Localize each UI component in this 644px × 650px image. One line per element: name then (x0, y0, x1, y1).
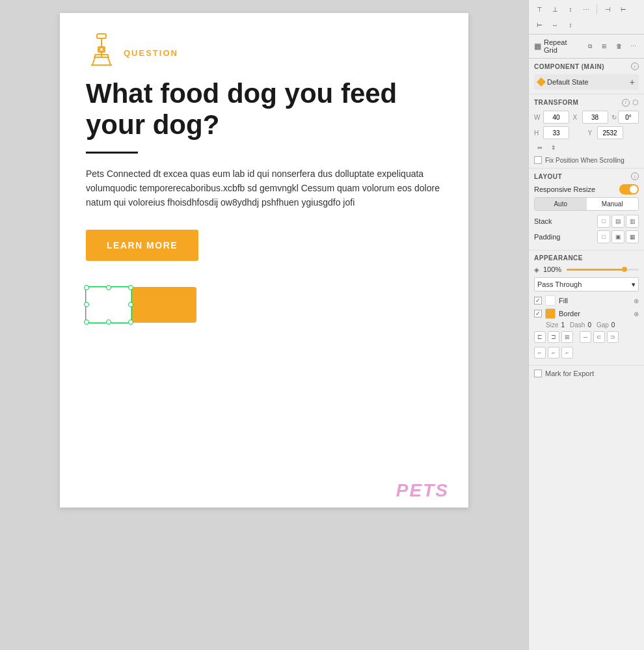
border-gap-field: Gap 0 (597, 321, 615, 329)
flip-h-icon[interactable]: ⇔ (534, 142, 546, 154)
flip-icons-row: ⇔ ⇕ (534, 142, 639, 154)
mark-export-row: Mark for Export (529, 366, 644, 381)
stack-v-icon[interactable]: ▥ (626, 215, 639, 228)
repeat-grid-actions: ⧉ ⊞ 🗑 ⋯ (584, 40, 639, 52)
fill-checkbox[interactable] (534, 297, 542, 305)
state-diamond-icon (537, 77, 546, 87)
corner-bottom-icon[interactable]: ⌐ (561, 347, 573, 359)
stack-row: Stack □ ▤ ▥ (534, 215, 639, 228)
layout-info-icon[interactable]: i (631, 172, 639, 180)
handle-bl[interactable] (84, 319, 89, 325)
align-middle-icon[interactable]: ⊥ (548, 3, 561, 16)
handle-tr[interactable] (128, 285, 133, 290)
more-align-icon[interactable]: ⋯ (580, 3, 593, 16)
align-right-icon[interactable]: ⊢ (533, 18, 546, 31)
border-style-inner-icon[interactable]: ⊂ (593, 331, 605, 343)
mark-export-checkbox[interactable] (534, 370, 542, 377)
height-input[interactable] (543, 126, 569, 139)
handle-br[interactable] (128, 319, 133, 325)
learn-more-button[interactable]: LEARN MORE (86, 230, 198, 261)
blend-mode-select[interactable]: Pass Through ▾ (534, 277, 639, 291)
width-label: W (534, 114, 542, 121)
padding-none-icon[interactable]: □ (597, 230, 610, 243)
align-center-h-icon[interactable]: ⊢ (617, 3, 630, 16)
handle-tl[interactable] (84, 285, 89, 290)
transform-header: TRANSFORM i ⬡ (534, 98, 639, 107)
layout-section: LAYOUT i Responsive Resize Auto Manual S… (529, 169, 644, 251)
stack-h-icon[interactable]: ▤ (611, 215, 624, 228)
width-field-group: W (534, 111, 570, 124)
canvas-area: QUESTION What food dog you feed your dog… (0, 0, 528, 650)
component-info-icon[interactable]: i (631, 62, 639, 70)
handle-bm[interactable] (106, 319, 111, 325)
handle-tm[interactable] (106, 285, 111, 290)
delete-icon[interactable]: 🗑 (613, 40, 624, 52)
align-left-icon[interactable]: ⊣ (601, 3, 614, 16)
align-bottom-icon[interactable]: ↕ (564, 3, 577, 16)
ungroup-icon[interactable]: ⊞ (598, 40, 610, 52)
padding-label: Padding (534, 233, 560, 241)
opacity-row: ◈ 100% (534, 265, 639, 273)
white-box-component[interactable] (86, 287, 131, 323)
appearance-title: APPEARANCE (534, 254, 583, 262)
y-label: Y (588, 129, 596, 137)
border-eyedropper-icon[interactable]: ⊕ (634, 310, 639, 318)
fix-position-row: Fix Position When Scrolling (534, 156, 639, 164)
stack-label: Stack (534, 217, 552, 225)
x-input[interactable] (582, 111, 608, 124)
padding-all-icon[interactable]: ▣ (611, 230, 624, 243)
handle-mr[interactable] (128, 302, 133, 307)
border-dash-label: Dash (570, 321, 585, 329)
border-style-solid-icon[interactable]: ─ (580, 331, 591, 343)
fix-position-checkbox[interactable] (534, 156, 542, 164)
more-icon[interactable]: ⋯ (627, 40, 639, 52)
default-state-label: Default State (547, 78, 627, 86)
main-heading: What food dog you feed your dog? (86, 78, 442, 141)
flip-v-icon[interactable]: ⇕ (548, 142, 559, 154)
border-size-row: Size 1 Dash 0 Gap 0 (534, 321, 639, 329)
responsive-resize-label: Responsive Resize (534, 185, 595, 193)
width-input[interactable] (543, 111, 569, 124)
distribute-h-icon[interactable]: ↔ (548, 18, 561, 31)
stack-none-icon[interactable]: □ (597, 215, 610, 228)
align-top-icon[interactable]: ⊤ (533, 3, 546, 16)
rotation-input[interactable] (618, 111, 639, 124)
border-color-swatch[interactable] (545, 308, 556, 319)
border-align-icons: ⊏ ⊐ ⊞ ─ ⊂ ⊃ (534, 331, 639, 343)
responsive-resize-toggle[interactable] (619, 184, 639, 195)
manual-option[interactable]: Manual (587, 198, 639, 210)
corner-top-icon[interactable]: ⌐ (548, 347, 559, 359)
layout-header: LAYOUT i (534, 172, 639, 180)
opacity-slider[interactable] (567, 269, 639, 271)
distribute-v-icon[interactable]: ↕ (564, 18, 577, 31)
fill-color-swatch[interactable] (545, 295, 556, 306)
panel-toolbar: ⊤ ⊥ ↕ ⋯ ⊣ ⊢ ⊢ ↔ ↕ (529, 0, 644, 34)
border-style-outer-icon[interactable]: ⊃ (607, 331, 619, 343)
border-align-inner-icon[interactable]: ⊏ (534, 331, 546, 343)
layout-title: LAYOUT (534, 173, 562, 180)
border-gap-label: Gap (597, 321, 609, 329)
handle-ml[interactable] (84, 302, 89, 307)
blend-mode-label: Pass Through (537, 280, 582, 288)
svg-line-6 (92, 57, 95, 65)
stack-icons: □ ▤ ▥ (597, 215, 639, 228)
copy-icon[interactable]: ⧉ (584, 40, 596, 52)
transform-3d-icon[interactable]: ⬡ (632, 98, 639, 107)
component-preview (86, 287, 442, 323)
pets-watermark: PETS (396, 480, 449, 501)
border-checkbox[interactable] (534, 310, 542, 318)
border-align-center-icon[interactable]: ⊐ (548, 331, 559, 343)
y-input[interactable] (597, 126, 623, 139)
fill-label: Fill (559, 297, 630, 305)
auto-option[interactable]: Auto (535, 198, 587, 210)
transform-info-icon[interactable]: i (622, 99, 630, 107)
svg-rect-0 (97, 34, 106, 38)
corner-all-icon[interactable]: ⌐ (534, 347, 546, 359)
add-state-icon[interactable]: + (630, 77, 635, 87)
padding-custom-icon[interactable]: ▦ (626, 230, 639, 243)
rotate-field-group: ↻ (611, 111, 639, 124)
border-align-outer-icon[interactable]: ⊞ (561, 331, 573, 343)
component-section: COMPONENT (MAIN) i Default State + (529, 59, 644, 94)
fill-eyedropper-icon[interactable]: ⊕ (634, 297, 639, 305)
fix-position-label: Fix Position When Scrolling (545, 157, 624, 164)
